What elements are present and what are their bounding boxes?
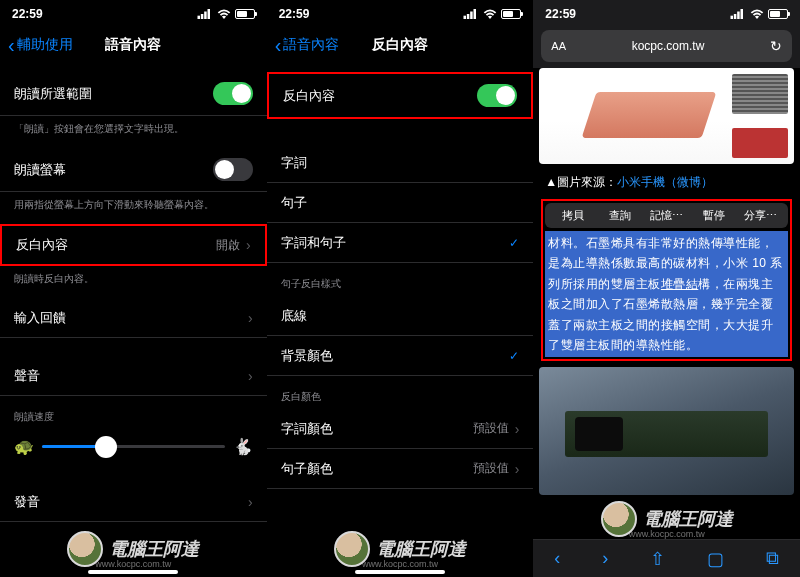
section-rate: 朗讀速度 [0, 396, 267, 429]
toggle-speak-screen[interactable] [213, 158, 253, 181]
row-words-sentences[interactable]: 字詞和句子 ✓ [267, 223, 534, 263]
wifi-icon [217, 9, 231, 19]
article-image-1 [539, 68, 794, 164]
status-indicators [730, 9, 788, 19]
cellular-icon [463, 9, 479, 19]
row-underline[interactable]: 底線 [267, 296, 534, 336]
chevron-right-icon: › [248, 368, 253, 384]
svg-rect-0 [197, 16, 200, 19]
footer-speak-selection: 「朗讀」按鈕會在您選擇文字時出現。 [0, 116, 267, 148]
chevron-right-icon: › [515, 461, 520, 477]
home-indicator[interactable] [88, 570, 178, 574]
row-highlight-content[interactable]: 反白內容 開啟› [0, 224, 267, 266]
back-button[interactable]: ‹輔助使用 [8, 35, 73, 55]
bookmarks-icon[interactable]: ▢ [707, 548, 724, 570]
wifi-icon [750, 9, 764, 19]
chevron-right-icon: › [515, 421, 520, 437]
status-indicators [463, 9, 521, 19]
row-words[interactable]: 字詞 [267, 143, 534, 183]
phone-screen-3: 22:59 AA kocpc.com.tw ↻ ▲圖片來源：小米手機（微博） 拷… [533, 0, 800, 577]
rate-slider[interactable] [42, 445, 225, 448]
nav-title: 語音內容 [105, 36, 161, 54]
article-image-2 [539, 367, 794, 495]
caption-link[interactable]: 小米手機（微博） [617, 175, 713, 189]
image-caption: ▲圖片來源：小米手機（微博） [539, 170, 794, 199]
phone-screen-1: 22:59 ‹輔助使用 語音內容 朗讀所選範圍 「朗讀」按鈕會在您選擇文字時出現… [0, 0, 267, 577]
section-sentence-style: 句子反白樣式 [267, 263, 534, 296]
turtle-icon: 🐢 [14, 437, 34, 456]
back-icon[interactable]: ‹ [554, 548, 560, 569]
chevron-right-icon: › [246, 237, 251, 253]
battery-icon [768, 9, 788, 19]
row-word-color[interactable]: 字詞顏色 預設值› [267, 409, 534, 449]
status-bar: 22:59 [0, 0, 267, 28]
phone-screen-2: 22:59 ‹語音內容 反白內容 反白內容 字詞 句子 [267, 0, 534, 577]
inline-link[interactable]: 堆疊結 [661, 277, 699, 291]
chevron-right-icon: › [248, 310, 253, 326]
svg-rect-6 [471, 12, 474, 20]
row-highlight-toggle[interactable]: 反白內容 [267, 72, 534, 119]
chevron-left-icon: ‹ [275, 35, 282, 55]
reader-aa-icon[interactable]: AA [551, 40, 566, 52]
tabs-icon[interactable]: ⧉ [766, 548, 779, 569]
menu-share[interactable]: 分享⋯ [737, 208, 784, 223]
reload-icon[interactable]: ↻ [770, 38, 782, 54]
svg-rect-7 [474, 9, 477, 19]
battery-icon [501, 9, 521, 19]
web-content[interactable]: ▲圖片來源：小米手機（微博） 拷貝 查詢 記憶⋯ 暫停 分享⋯ 材料。石墨烯具有… [533, 68, 800, 539]
status-bar: 22:59 [533, 0, 800, 28]
chevron-right-icon: › [248, 494, 253, 510]
row-sentence-color[interactable]: 句子顏色 預設值› [267, 449, 534, 489]
url-text: kocpc.com.tw [632, 39, 705, 53]
settings-content: 反白內容 字詞 句子 字詞和句子 ✓ 句子反白樣式 底線 背景顏色 ✓ 反白顏 [267, 62, 534, 559]
footer-highlight: 朗讀時反白內容。 [0, 266, 267, 298]
status-bar: 22:59 [267, 0, 534, 28]
url-bar[interactable]: AA kocpc.com.tw ↻ [541, 30, 792, 62]
toggle-highlight[interactable] [477, 84, 517, 107]
status-time: 22:59 [279, 7, 310, 21]
row-pronunciation[interactable]: 發音 › [0, 482, 267, 522]
svg-rect-4 [464, 16, 467, 19]
settings-content: 朗讀所選範圍 「朗讀」按鈕會在您選擇文字時出現。 朗讀螢幕 用兩指從螢幕上方向下… [0, 62, 267, 559]
svg-rect-8 [731, 16, 734, 19]
menu-remember[interactable]: 記憶⋯ [643, 208, 690, 223]
selection-highlight-box: 拷貝 查詢 記憶⋯ 暫停 分享⋯ 材料。石墨烯具有非常好的熱傳導性能，是為止導熱… [541, 199, 792, 361]
menu-pause[interactable]: 暫停 [690, 208, 737, 223]
menu-lookup[interactable]: 查詢 [596, 208, 643, 223]
browser-toolbar: ‹ › ⇧ ▢ ⧉ [533, 539, 800, 577]
status-time: 22:59 [545, 7, 576, 21]
forward-icon[interactable]: › [602, 548, 608, 569]
cellular-icon [730, 9, 746, 19]
back-button[interactable]: ‹語音內容 [275, 35, 340, 55]
rabbit-icon: 🐇 [233, 437, 253, 456]
svg-rect-9 [734, 14, 737, 19]
row-sentences[interactable]: 句子 [267, 183, 534, 223]
chevron-left-icon: ‹ [8, 35, 15, 55]
row-speak-selection[interactable]: 朗讀所選範圍 [0, 72, 267, 116]
status-time: 22:59 [12, 7, 43, 21]
svg-rect-11 [741, 9, 744, 19]
row-typing-feedback[interactable]: 輸入回饋 › [0, 298, 267, 338]
nav-bar: ‹輔助使用 語音內容 [0, 28, 267, 62]
battery-icon [235, 9, 255, 19]
toggle-speak-selection[interactable] [213, 82, 253, 105]
row-voice[interactable]: 聲音 › [0, 356, 267, 396]
footer-speak-screen: 用兩指從螢幕上方向下滑動來聆聽螢幕內容。 [0, 192, 267, 224]
menu-copy[interactable]: 拷貝 [549, 208, 596, 223]
checkmark-icon: ✓ [509, 349, 519, 363]
section-highlight-color: 反白顏色 [267, 376, 534, 409]
share-icon[interactable]: ⇧ [650, 548, 665, 570]
text-selection-menu: 拷貝 查詢 記憶⋯ 暫停 分享⋯ [545, 203, 788, 228]
row-speak-screen[interactable]: 朗讀螢幕 [0, 148, 267, 192]
home-indicator[interactable] [355, 570, 445, 574]
cellular-icon [197, 9, 213, 19]
selected-text[interactable]: 材料。石墨烯具有非常好的熱傳導性能，是為止導熱係數最高的碳材料，小米 10 系列… [545, 231, 788, 357]
svg-rect-1 [201, 14, 204, 19]
nav-title: 反白內容 [372, 36, 428, 54]
row-bgcolor[interactable]: 背景顏色 ✓ [267, 336, 534, 376]
svg-rect-10 [737, 12, 740, 20]
checkmark-icon: ✓ [509, 236, 519, 250]
nav-bar: ‹語音內容 反白內容 [267, 28, 534, 62]
svg-rect-3 [207, 9, 210, 19]
row-speaking-rate: 🐢 🐇 [0, 429, 267, 468]
